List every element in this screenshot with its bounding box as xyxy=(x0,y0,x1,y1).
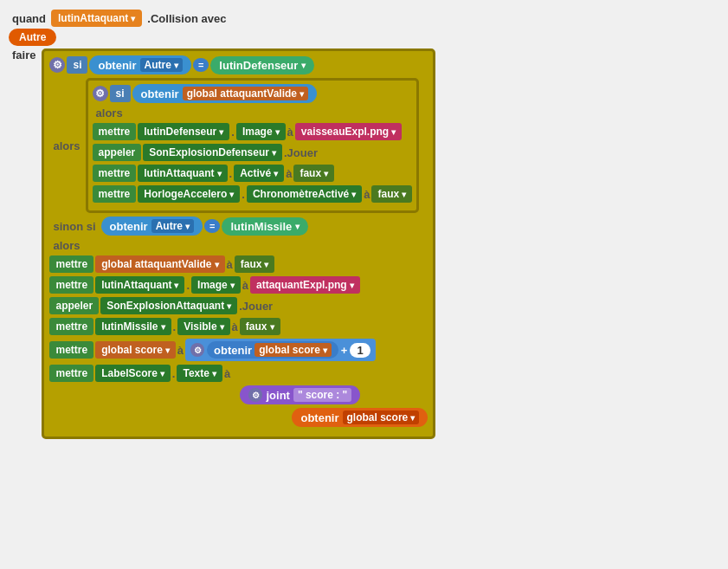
equals-badge-sinon: = xyxy=(204,219,220,233)
number-block-12[interactable]: 1 xyxy=(350,343,370,358)
vaisseauExpl-dropdown[interactable]: vaisseauExpl.png ▾ xyxy=(295,123,402,140)
a-label-3: à xyxy=(287,126,293,139)
mettre-block-11[interactable]: mettre xyxy=(49,318,93,335)
son-explosion-defenseur-dropdown[interactable]: SonExplosionDefenseur ▾ xyxy=(143,144,282,161)
dropdown-arrow: ▾ xyxy=(131,14,135,23)
gear-icon-13[interactable]: ⚙ xyxy=(248,388,262,402)
si-row-2: ⚙ si obtenir global attaquantValide ▾ xyxy=(93,84,413,103)
obtenir-global-score-block-12[interactable]: obtenir global score ▾ xyxy=(207,341,338,359)
plus-label-12: + xyxy=(341,344,348,357)
dot-label-5: . xyxy=(229,167,233,180)
autre-dropdown-1[interactable]: Autre ▾ xyxy=(140,58,183,72)
mettre-row-5: mettre lutinAttaquant ▾ . Activé ▾ à xyxy=(93,165,413,182)
mettre-row-12: mettre global score ▾ à ⚙ obtenir global… xyxy=(49,339,428,361)
obtenir-block-1[interactable]: obtenir Autre ▾ xyxy=(89,55,190,74)
globalScore-dropdown-12[interactable]: global score ▾ xyxy=(254,343,332,357)
autre-dropdown-sinon[interactable]: Autre ▾ xyxy=(151,219,194,233)
mettre-row-6: mettre HorlogeAccelero ▾ . ChronomètreAc… xyxy=(93,185,413,203)
a-label-6: à xyxy=(364,188,370,201)
si-label-2: si xyxy=(110,85,131,102)
collision-label: .Collision avec xyxy=(144,12,229,25)
alors-row-3: alors xyxy=(49,239,428,252)
image-dropdown-9[interactable]: Image ▾ xyxy=(191,276,241,294)
mettre-row-8: mettre global attaquantValide ▾ à faux ▾ xyxy=(49,255,428,273)
mettre-block-12[interactable]: mettre xyxy=(49,341,93,359)
autre-pill[interactable]: Autre xyxy=(9,29,56,46)
dot-label-6: . xyxy=(242,188,245,201)
dot-label-11: . xyxy=(173,320,177,333)
faux-dropdown-8[interactable]: faux ▾ xyxy=(235,255,275,273)
obtenir-global-score-row: obtenir global score ▾ xyxy=(292,408,428,427)
visible-dropdown-11[interactable]: Visible ▾ xyxy=(177,318,229,335)
a-label-8: à xyxy=(227,258,233,271)
joint-block[interactable]: ⚙ joint " score : " xyxy=(240,385,360,404)
jouer-label-4: .Jouer xyxy=(284,146,318,159)
faux-dropdown-11[interactable]: faux ▾ xyxy=(240,318,280,335)
texte-dropdown[interactable]: Texte ▾ xyxy=(177,365,222,382)
faire-block: ⚙ si obtenir Autre ▾ = lutinDefenseur ▾ xyxy=(42,48,435,439)
global-attaquant-dropdown-8[interactable]: global attaquantValide ▾ xyxy=(95,255,224,273)
gear-icon-1[interactable]: ⚙ xyxy=(49,57,65,73)
appeler-row-4: appeler SonExplosionDefenseur ▾ .Jouer xyxy=(93,144,413,161)
inner-si-block: ⚙ si obtenir global attaquantValide ▾ xyxy=(86,78,420,213)
lutinDef-dropdown-3[interactable]: lutinDefenseur ▾ xyxy=(138,123,229,140)
active-dropdown-5[interactable]: Activé ▾ xyxy=(234,165,284,182)
mettre-row-11: mettre lutinMissile ▾ . Visible ▾ à faux… xyxy=(49,318,428,335)
missile-dropdown-11[interactable]: lutinMissile ▾ xyxy=(95,318,171,335)
gear-obtenir-block[interactable]: ⚙ obtenir global score ▾ + 1 xyxy=(185,339,376,361)
faire-label: faire xyxy=(9,48,39,439)
labelScore-dropdown[interactable]: LabelScore ▾ xyxy=(95,365,171,382)
alors-label-1: alors xyxy=(49,139,83,152)
faux-dropdown-5[interactable]: faux ▾ xyxy=(293,165,334,182)
gear-icon-12[interactable]: ⚙ xyxy=(190,343,204,357)
joint-row: ⚙ joint " score : " xyxy=(240,385,428,404)
obtenir-global-score-final[interactable]: obtenir global score ▾ xyxy=(292,408,428,427)
faire-row: faire ⚙ si obtenir Autre ▾ = xyxy=(9,48,719,439)
obtenir-block-sinon[interactable]: obtenir Autre ▾ xyxy=(101,217,203,236)
obtenir-global-block[interactable]: obtenir global attaquantValide ▾ xyxy=(132,84,317,103)
a-label-13: à xyxy=(224,367,230,380)
lutinMissile-block[interactable]: lutinMissile ▾ xyxy=(222,217,308,236)
sinon-si-label: sinon si xyxy=(49,220,99,233)
mettre-block-8[interactable]: mettre xyxy=(49,255,93,273)
a-label-11: à xyxy=(232,320,238,333)
jouer-label-10: .Jouer xyxy=(239,300,273,313)
dot-label-3: . xyxy=(231,126,235,139)
alors-label-3: alors xyxy=(49,239,83,252)
mettre-block-6[interactable]: mettre xyxy=(93,185,137,203)
lutinAttaquant-dropdown[interactable]: lutinAttaquant ▾ xyxy=(51,10,142,27)
mettre-row-3: mettre lutinDefenseur ▾ . Image ▾ à xyxy=(93,123,413,140)
mettre-block-5[interactable]: mettre xyxy=(93,165,137,182)
globalScore-dropdown-final[interactable]: global score ▾ xyxy=(343,411,420,424)
quand-label: quand xyxy=(9,12,49,25)
lutinAtt-dropdown-5[interactable]: lutinAttaquant ▾ xyxy=(138,165,227,182)
son-explosion-attaquant-dropdown[interactable]: SonExplosionAttaquant ▾ xyxy=(100,297,237,314)
horloge-dropdown-6[interactable]: HorlogeAccelero ▾ xyxy=(138,185,240,203)
faux-dropdown-6[interactable]: faux ▾ xyxy=(371,185,412,203)
appeler-block-4[interactable]: appeler xyxy=(93,144,142,161)
appeler-row-10: appeler SonExplosionAttaquant ▾ .Jouer xyxy=(49,297,428,314)
score-quote-block: " score : " xyxy=(293,388,351,402)
mettre-row-13: mettre LabelScore ▾ . Texte ▾ à xyxy=(49,365,428,382)
dot-label-13: . xyxy=(172,367,176,380)
attaquantExpl-dropdown[interactable]: attaquantExpl.png ▾ xyxy=(250,276,360,294)
lutinAtt-dropdown-9[interactable]: lutinAttaquant ▾ xyxy=(95,276,184,294)
when-block-row: quand lutinAttaquant ▾ .Collision avec xyxy=(9,10,719,27)
appeler-block-10[interactable]: appeler xyxy=(49,297,99,314)
chrono-dropdown-6[interactable]: ChronomètreActivé ▾ xyxy=(247,185,362,203)
gear-icon-2[interactable]: ⚙ xyxy=(93,86,108,101)
lutinDefenseur-block[interactable]: lutinDefenseur ▾ xyxy=(210,56,314,74)
alors-row-2: alors xyxy=(93,107,413,120)
global-score-dropdown-12[interactable]: global score ▾ xyxy=(95,341,176,359)
scratch-program: quand lutinAttaquant ▾ .Collision avec A… xyxy=(9,9,719,439)
mettre-block-13[interactable]: mettre xyxy=(49,365,93,382)
mettre-block-3[interactable]: mettre xyxy=(93,123,137,140)
sinon-si-row: sinon si obtenir Autre ▾ = lutinMissile … xyxy=(49,217,428,236)
equals-badge-1: = xyxy=(193,58,209,72)
alors-row-1: alors ⚙ si obtenir global attaquantValid… xyxy=(49,78,428,213)
image-dropdown-3[interactable]: Image ▾ xyxy=(236,123,286,140)
global-attaquant-dropdown[interactable]: global attaquantValide ▾ xyxy=(183,87,308,100)
alors-label-2: alors xyxy=(93,107,126,120)
mettre-block-9[interactable]: mettre xyxy=(49,276,93,294)
a-label-12: à xyxy=(177,344,184,357)
